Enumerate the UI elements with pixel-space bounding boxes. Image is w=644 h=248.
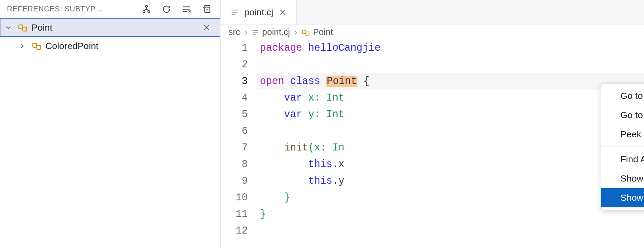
- file-icon: [230, 8, 239, 17]
- editor-pane: point.cj src › point.cj › Point 1 2 3 4: [221, 0, 644, 248]
- svg-point-0: [145, 5, 148, 7]
- sidebar-actions: [141, 3, 216, 15]
- sidebar-header: REFERENCES: SUBTYP…: [0, 0, 220, 18]
- tab-bar: point.cj: [221, 0, 644, 24]
- tree-item-label: ColoredPoint: [45, 41, 216, 51]
- clear-icon[interactable]: [181, 3, 192, 15]
- code-area[interactable]: 1 2 3 4 5 6 7 8 9 10 11 12 package hello…: [221, 40, 644, 239]
- menu-show-call-hierarchy[interactable]: Show Call Hierarchy Shift+Alt+H: [601, 169, 644, 188]
- code-content[interactable]: package helloCangjie open class Point { …: [260, 40, 644, 239]
- close-icon[interactable]: [203, 24, 216, 31]
- svg-point-1: [143, 10, 145, 13]
- references-sidebar: REFERENCES: SUBTYP…: [0, 0, 221, 248]
- svg-rect-14: [33, 43, 37, 47]
- symbol-highlight: Point: [326, 76, 357, 87]
- tree-item-label: Point: [31, 22, 199, 33]
- class-icon: [17, 22, 28, 33]
- context-menu: Go to Definition F12 Go to References Sh…: [601, 83, 644, 210]
- breadcrumb-file[interactable]: point.cj: [252, 27, 290, 37]
- class-icon: [301, 28, 310, 37]
- close-icon[interactable]: [279, 8, 287, 16]
- chevron-right-icon[interactable]: [18, 42, 28, 50]
- chevron-right-icon: ›: [245, 27, 248, 37]
- svg-rect-25: [306, 32, 309, 35]
- svg-rect-10: [19, 25, 23, 29]
- svg-rect-24: [303, 30, 306, 34]
- menu-go-to-definition[interactable]: Go to Definition F12: [601, 86, 644, 105]
- collapse-all-icon[interactable]: [201, 3, 212, 15]
- sidebar-title: REFERENCES: SUBTYP…: [7, 5, 136, 14]
- tab-point-cj[interactable]: point.cj: [221, 0, 297, 24]
- svg-rect-11: [23, 27, 27, 31]
- gutter: 1 2 3 4 5 6 7 8 9 10 11 12: [221, 40, 260, 239]
- menu-go-to-references[interactable]: Go to References Shift+F12: [601, 105, 644, 125]
- breadcrumb-symbol[interactable]: Point: [301, 27, 333, 37]
- chevron-right-icon: ›: [294, 27, 298, 37]
- tab-label: point.cj: [244, 7, 274, 17]
- menu-show-type-hierarchy[interactable]: Show Type Hierarchy: [601, 188, 644, 207]
- subtype-hierarchy-icon[interactable]: [141, 3, 152, 15]
- file-icon: [252, 28, 260, 36]
- refresh-icon[interactable]: [161, 3, 172, 15]
- class-icon: [31, 41, 42, 51]
- tree-item-coloredpoint[interactable]: ColoredPoint: [0, 37, 220, 55]
- breadcrumb-folder[interactable]: src: [229, 27, 240, 37]
- menu-separator: [601, 147, 644, 147]
- svg-rect-15: [37, 45, 41, 49]
- svg-point-2: [148, 10, 150, 13]
- breadcrumbs[interactable]: src › point.cj › Point: [221, 24, 644, 40]
- chevron-down-icon[interactable]: [4, 24, 14, 31]
- menu-peek[interactable]: Peek: [601, 125, 644, 144]
- tree-item-point[interactable]: Point: [0, 18, 220, 37]
- menu-find-all-references[interactable]: Find All References Shift+Alt+F12: [601, 150, 644, 169]
